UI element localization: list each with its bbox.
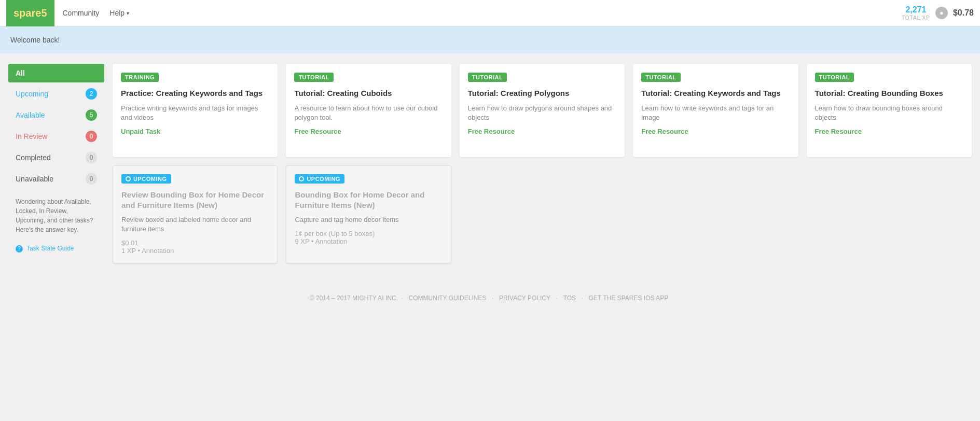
card-title: Practice: Creating Keywords and Tags (121, 88, 269, 99)
brand-number: 5 (41, 7, 47, 19)
welcome-banner: Welcome back! (0, 26, 980, 53)
task-card-0[interactable]: TRAINING Practice: Creating Keywords and… (113, 64, 278, 157)
upcoming-tag: UPCOMING (295, 174, 344, 184)
completed-badge: 0 (86, 152, 97, 163)
help-label: Help (109, 9, 125, 17)
tutorial-tag: TUTORIAL (294, 73, 333, 82)
card-title: Bounding Box for Home Decor and Furnitur… (295, 190, 442, 210)
training-tag: TRAINING (121, 73, 159, 82)
brand-text: spare (13, 7, 41, 19)
sidebar-help-content: Wondering about Available, Locked, In Re… (16, 198, 93, 233)
card-xp: 9 XP • Annotation (295, 237, 442, 245)
task-card-6[interactable]: UPCOMING Bounding Box for Home Decor and… (286, 165, 451, 263)
sidebar-completed-label: Completed (16, 153, 51, 162)
task-card-3[interactable]: TUTORIAL Tutorial: Creating Keywords and… (633, 64, 798, 157)
tutorial-tag: TUTORIAL (641, 73, 680, 82)
card-desc: Capture and tag home decor items (295, 215, 442, 224)
xp-display: 2,271 TOTAL XP (902, 5, 930, 21)
navbar-right: 2,271 TOTAL XP ● $0.78 (902, 5, 974, 21)
card-desc: Learn how to write keywords and tags for… (641, 104, 790, 122)
card-xp: 1 XP • Annotation (121, 247, 269, 255)
card-desc: A resource to learn about how to use our… (294, 104, 443, 122)
free-resource-link[interactable]: Free Resource (468, 128, 616, 135)
navbar: spare5 Community Help ▾ 2,271 TOTAL XP ●… (0, 0, 980, 26)
info-icon: ? (16, 245, 23, 252)
footer-privacy-link[interactable]: PRIVACY POLICY (499, 294, 550, 302)
xp-number: 2,271 (902, 5, 930, 15)
sidebar-unavailable-label: Unavailable (16, 175, 53, 183)
card-desc: Practice writing keywords and tags for i… (121, 104, 269, 122)
inreview-badge: 0 (86, 131, 97, 142)
sidebar-available-label: Available (16, 111, 45, 119)
sidebar-item-completed[interactable]: Completed 0 (8, 147, 104, 169)
tutorial-tag: TUTORIAL (815, 73, 854, 82)
unavailable-badge: 0 (86, 173, 97, 185)
task-card-1[interactable]: TUTORIAL Tutorial: Creating Cuboids A re… (286, 64, 451, 157)
cards-grid: TRAINING Practice: Creating Keywords and… (113, 64, 972, 263)
sidebar-item-unavailable[interactable]: Unavailable 0 (8, 169, 104, 190)
chevron-down-icon: ▾ (127, 10, 129, 16)
sidebar-item-all[interactable]: All (8, 64, 104, 82)
brand-logo[interactable]: spare5 (6, 0, 54, 26)
footer-ios-link[interactable]: GET THE SPARES IOS APP (589, 294, 668, 302)
card-desc: Learn how to draw polygons around shapes… (468, 104, 616, 122)
xp-label: TOTAL XP (902, 15, 930, 21)
card-price: 1¢ per box (Up to 5 boxes) (295, 230, 442, 237)
sidebar-item-available[interactable]: Available 5 (8, 105, 104, 126)
sidebar-help-text: Wondering about Available, Locked, In Re… (8, 190, 104, 260)
tutorial-tag: TUTORIAL (468, 73, 507, 82)
community-link[interactable]: Community (63, 9, 100, 17)
help-menu[interactable]: Help ▾ (109, 9, 129, 17)
free-resource-link[interactable]: Free Resource (641, 128, 790, 135)
card-title: Tutorial: Creating Bounding Boxes (815, 88, 963, 99)
card-title: Tutorial: Creating Polygons (468, 88, 616, 99)
upcoming-badge: 2 (86, 88, 97, 100)
free-resource-link[interactable]: Free Resource (294, 128, 443, 135)
available-badge: 5 (86, 109, 97, 121)
task-card-5[interactable]: UPCOMING Review Bounding Box for Home De… (113, 165, 278, 263)
upcoming-tag: UPCOMING (121, 174, 171, 184)
task-card-2[interactable]: TUTORIAL Tutorial: Creating Polygons Lea… (460, 64, 625, 157)
card-desc: Review boxed and labeled home decor and … (121, 215, 269, 234)
card-price: $0.01 (121, 239, 269, 247)
balance-display: $0.78 (953, 8, 974, 18)
footer-copyright: © 2014 – 2017 MIGHTY AI INC. (310, 294, 398, 302)
task-card-4[interactable]: TUTORIAL Tutorial: Creating Bounding Box… (807, 64, 972, 157)
footer-tos-link[interactable]: TOS (563, 294, 576, 302)
sidebar-item-in-review[interactable]: In Review 0 (8, 126, 104, 147)
free-resource-link[interactable]: Free Resource (815, 128, 963, 135)
card-desc: Learn how to draw bounding boxes around … (815, 104, 963, 122)
sidebar-item-upcoming[interactable]: Upcoming 2 (8, 83, 104, 105)
card-title: Tutorial: Creating Cuboids (294, 88, 443, 99)
footer: © 2014 – 2017 MIGHTY AI INC. · COMMUNITY… (0, 284, 980, 312)
sidebar-inreview-label: In Review (16, 132, 47, 141)
sidebar-upcoming-label: Upcoming (16, 90, 48, 98)
unpaid-task-link[interactable]: Unpaid Task (121, 128, 269, 135)
card-title: Review Bounding Box for Home Decor and F… (121, 190, 269, 210)
task-state-guide-link[interactable]: Task State Guide (26, 245, 74, 252)
main-layout: All Upcoming 2 Available 5 In Review 0 C… (0, 53, 980, 274)
coin-icon: ● (935, 7, 948, 19)
sidebar: All Upcoming 2 Available 5 In Review 0 C… (8, 64, 104, 263)
card-title: Tutorial: Creating Keywords and Tags (641, 88, 790, 99)
footer-community-link[interactable]: COMMUNITY GUIDELINES (409, 294, 487, 302)
welcome-text: Welcome back! (10, 36, 60, 44)
